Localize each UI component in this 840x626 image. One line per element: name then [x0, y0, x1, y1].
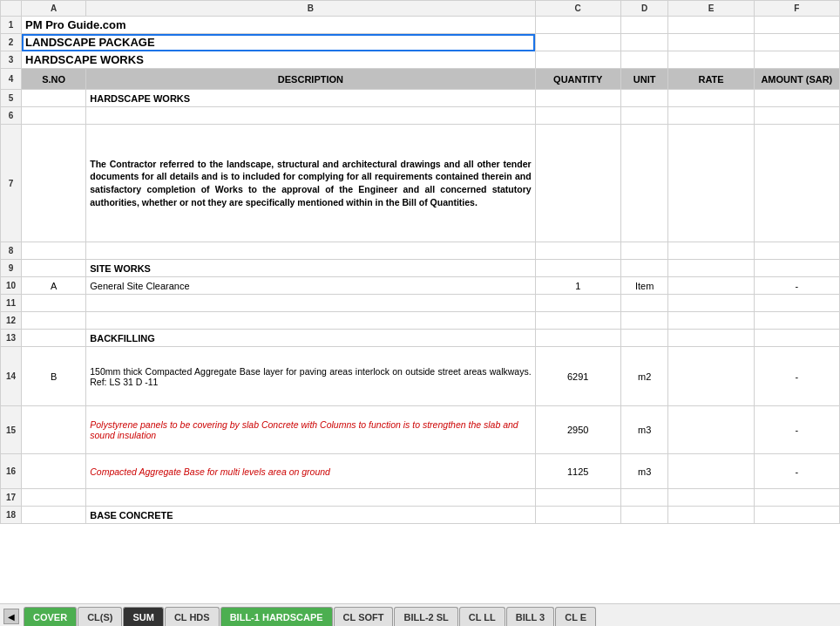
cell-E4[interactable]: RATE [668, 69, 754, 90]
cell-B9[interactable]: SITE WORKS [86, 260, 535, 277]
cell-A4[interactable]: S.NO [22, 69, 86, 90]
tab-bill2sl[interactable]: BILL-2 SL [394, 607, 457, 626]
cell-D18 [620, 507, 668, 524]
cell-A12[interactable] [22, 312, 86, 330]
row-num-4: 4 [1, 69, 22, 90]
cell-A11[interactable] [22, 295, 86, 312]
cell-A13[interactable] [22, 330, 86, 347]
row-num-11: 11 [1, 295, 22, 312]
cell-E11 [668, 295, 754, 312]
cell-B10[interactable]: General Site Clearance [86, 277, 535, 295]
tab-bar: ◀ COVER CL(S) SUM CL HDS BILL-1 HARDSCAP… [0, 603, 840, 626]
cell-A15[interactable] [22, 406, 86, 454]
tab-sum[interactable]: SUM [123, 607, 163, 626]
tab-cover-label: COVER [33, 612, 67, 623]
cell-C10[interactable]: 1 [535, 277, 620, 295]
cell-C16[interactable]: 1125 [535, 454, 620, 489]
cell-A17[interactable] [22, 489, 86, 507]
cell-E15 [668, 406, 754, 454]
tab-bill3[interactable]: BILL 3 [506, 607, 554, 626]
cell-E18 [668, 507, 754, 524]
cell-C13 [535, 330, 620, 347]
cell-A16[interactable] [22, 454, 86, 489]
tab-clhds[interactable]: CL HDS [165, 607, 220, 626]
cell-D6 [620, 107, 668, 125]
cell-A3[interactable]: HARDSCAPE WORKS [22, 51, 536, 69]
cell-A18[interactable] [22, 507, 86, 524]
cell-D1 [620, 17, 668, 34]
row-num-10: 10 [1, 277, 22, 295]
row-num-12: 12 [1, 312, 22, 330]
col-header-D[interactable]: D [620, 1, 668, 17]
col-header-F[interactable]: F [754, 1, 839, 17]
cell-D14[interactable]: m2 [620, 347, 668, 406]
cell-B6[interactable] [86, 107, 535, 125]
table-row: 16 Compacted Aggregate Base for multi le… [1, 454, 840, 489]
cell-A2[interactable]: LANDSCAPE PACKAGE [22, 34, 536, 51]
col-header-A[interactable]: A [22, 1, 86, 17]
cell-C3 [535, 51, 620, 69]
cell-E2 [668, 34, 754, 51]
tab-bill1[interactable]: BILL-1 HARDSCAPE [220, 607, 333, 626]
cell-F16[interactable]: - [754, 454, 839, 489]
cell-B13[interactable]: BACKFILLING [86, 330, 535, 347]
tab-cover[interactable]: COVER [24, 607, 77, 626]
col-header-B[interactable]: B [86, 1, 535, 17]
cell-B5[interactable]: HARDSCAPE WORKS [86, 90, 535, 107]
cell-B4[interactable]: DESCRIPTION [86, 69, 535, 90]
cell-B15[interactable]: Polystyrene panels to be covering by sla… [86, 406, 535, 454]
cell-A6[interactable] [22, 107, 86, 125]
cell-B18[interactable]: BASE CONCRETE [86, 507, 535, 524]
cell-C14[interactable]: 6291 [535, 347, 620, 406]
cell-A7[interactable] [22, 125, 86, 242]
cell-C15[interactable]: 2950 [535, 406, 620, 454]
table-row: 12 [1, 312, 840, 330]
cell-B11[interactable] [86, 295, 535, 312]
cell-E16 [668, 454, 754, 489]
tab-clsoft[interactable]: CL SOFT [334, 607, 394, 626]
col-header-E[interactable]: E [668, 1, 754, 17]
cell-D15[interactable]: m3 [620, 406, 668, 454]
row-num-6: 6 [1, 107, 22, 125]
cell-F14[interactable]: - [754, 347, 839, 406]
cell-A5[interactable] [22, 90, 86, 107]
row-num-3: 3 [1, 51, 22, 69]
cell-B12[interactable] [86, 312, 535, 330]
cell-A10[interactable]: A [22, 277, 86, 295]
table-row: 13 BACKFILLING [1, 330, 840, 347]
cell-B17[interactable] [86, 489, 535, 507]
table-row: 6 [1, 107, 840, 125]
cell-F15[interactable]: - [754, 406, 839, 454]
cell-A1[interactable]: PM Pro Guide.com [22, 17, 536, 34]
cell-F6 [754, 107, 839, 125]
col-header-C[interactable]: C [535, 1, 620, 17]
cell-C8 [535, 242, 620, 260]
tab-scroll-left[interactable]: ◀ [3, 609, 19, 624]
cell-C12 [535, 312, 620, 330]
tab-clll[interactable]: CL LL [459, 607, 505, 626]
cell-D4[interactable]: UNIT [620, 69, 668, 90]
cell-B7[interactable]: The Contractor referred to the landscape… [86, 125, 535, 242]
table-row: 7 The Contractor referred to the landsca… [1, 125, 840, 242]
tab-sum-label: SUM [132, 612, 153, 623]
cell-B14[interactable]: 150mm thick Compacted Aggregate Base lay… [86, 347, 535, 406]
cell-A8[interactable] [22, 242, 86, 260]
cell-B8[interactable] [86, 242, 535, 260]
cell-F8 [754, 242, 839, 260]
sheet-area: A B C D E F 1 PM Pro Guide.com [0, 0, 840, 603]
cell-B16[interactable]: Compacted Aggregate Base for multi level… [86, 454, 535, 489]
cell-D10[interactable]: Item [620, 277, 668, 295]
cell-A9[interactable] [22, 260, 86, 277]
cell-D16[interactable]: m3 [620, 454, 668, 489]
cell-C4[interactable]: QUANTITY [535, 69, 620, 90]
tab-cle[interactable]: CL E [555, 607, 596, 626]
cell-F10[interactable]: - [754, 277, 839, 295]
tab-cls[interactable]: CL(S) [78, 607, 122, 626]
tab-clll-label: CL LL [469, 612, 496, 623]
cell-A14[interactable]: B [22, 347, 86, 406]
table-row: 8 [1, 242, 840, 260]
cell-D17 [620, 489, 668, 507]
cell-F4[interactable]: AMOUNT (SAR) [754, 69, 839, 90]
row-num-9: 9 [1, 260, 22, 277]
grid-table: A B C D E F 1 PM Pro Guide.com [0, 0, 840, 524]
